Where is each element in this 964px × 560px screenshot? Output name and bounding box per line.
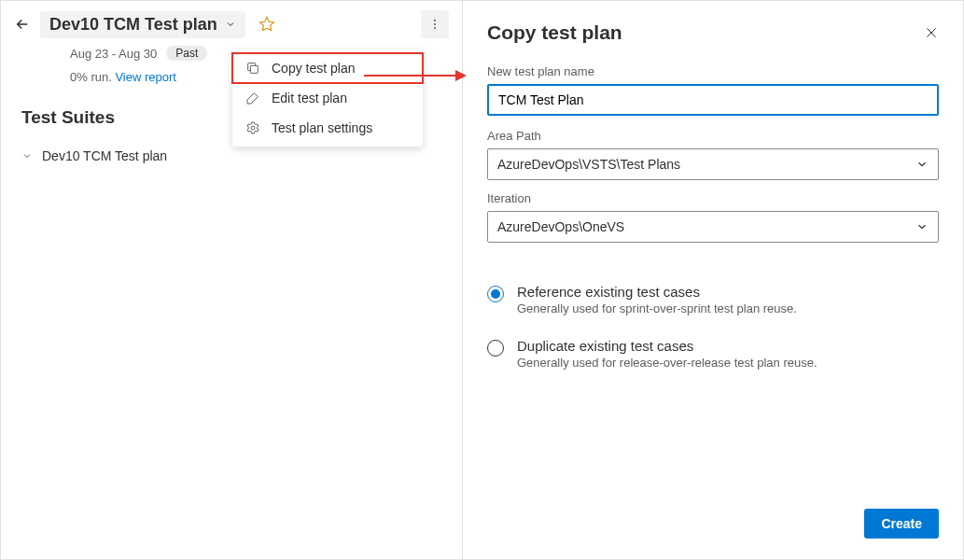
plan-name-input[interactable] bbox=[487, 84, 939, 116]
favorite-star-icon[interactable] bbox=[258, 16, 275, 33]
chevron-down-icon bbox=[21, 150, 33, 161]
suite-name: Dev10 TCM Test plan bbox=[42, 148, 167, 163]
close-icon[interactable] bbox=[924, 25, 939, 40]
plan-header: Dev10 TCM Test plan bbox=[1, 1, 462, 44]
menu-edit-test-plan[interactable]: Edit test plan bbox=[232, 83, 423, 113]
copy-test-plan-dialog: Copy test plan New test plan name Area P… bbox=[462, 0, 964, 560]
menu-item-label: Test plan settings bbox=[272, 120, 372, 135]
area-label: Area Path bbox=[487, 129, 939, 143]
more-actions-button[interactable] bbox=[421, 10, 449, 38]
plan-title: Dev10 TCM Test plan bbox=[49, 15, 217, 35]
chevron-down-icon bbox=[915, 220, 929, 233]
back-arrow-icon[interactable] bbox=[14, 16, 31, 33]
view-report-link[interactable]: View report bbox=[115, 70, 176, 84]
iteration-value: AzureDevOps\OneVS bbox=[497, 219, 624, 234]
iteration-label: Iteration bbox=[487, 191, 939, 205]
menu-item-label: Edit test plan bbox=[272, 91, 347, 105]
radio-duplicate[interactable]: Duplicate existing test cases Generally … bbox=[487, 338, 939, 370]
state-badge: Past bbox=[166, 46, 207, 61]
area-path-value: AzureDevOps\VSTS\Test Plans bbox=[497, 157, 680, 172]
dialog-title: Copy test plan bbox=[487, 21, 622, 44]
gear-icon bbox=[245, 120, 260, 135]
run-percent: 0% run. bbox=[70, 70, 112, 84]
copy-icon bbox=[245, 61, 260, 76]
radio-subtitle: Generally used for sprint-over-sprint te… bbox=[517, 301, 797, 315]
radio-subtitle: Generally used for release-over-release … bbox=[517, 356, 817, 370]
plan-title-chip[interactable]: Dev10 TCM Test plan bbox=[40, 11, 245, 38]
context-menu: Copy test plan Edit test plan Test plan … bbox=[232, 49, 423, 147]
name-label: New test plan name bbox=[487, 64, 939, 78]
radio-reference[interactable]: Reference existing test cases Generally … bbox=[487, 284, 939, 315]
svg-rect-3 bbox=[250, 65, 258, 73]
menu-copy-test-plan[interactable]: Copy test plan bbox=[232, 53, 423, 83]
menu-item-label: Copy test plan bbox=[272, 61, 356, 76]
svg-point-4 bbox=[251, 126, 255, 130]
iteration-select[interactable]: AzureDevOps\OneVS bbox=[487, 211, 939, 243]
vertical-dots-icon bbox=[428, 18, 441, 31]
radio-title: Duplicate existing test cases bbox=[517, 338, 817, 354]
create-button[interactable]: Create bbox=[864, 509, 939, 539]
menu-test-plan-settings[interactable]: Test plan settings bbox=[232, 113, 423, 143]
dialog-footer: Create bbox=[487, 509, 939, 539]
svg-point-2 bbox=[434, 27, 436, 29]
svg-point-0 bbox=[434, 20, 436, 21]
chevron-down-icon bbox=[225, 19, 236, 30]
dialog-header: Copy test plan bbox=[487, 21, 939, 44]
copy-mode-radio-group: Reference existing test cases Generally … bbox=[487, 284, 939, 370]
date-range: Aug 23 - Aug 30 bbox=[70, 47, 157, 61]
svg-point-1 bbox=[434, 23, 436, 25]
pencil-icon bbox=[245, 91, 260, 105]
radio-button-icon bbox=[487, 340, 504, 357]
chevron-down-icon bbox=[915, 158, 929, 171]
radio-title: Reference existing test cases bbox=[517, 284, 797, 300]
radio-button-icon bbox=[487, 286, 504, 302]
area-path-select[interactable]: AzureDevOps\VSTS\Test Plans bbox=[487, 148, 939, 180]
